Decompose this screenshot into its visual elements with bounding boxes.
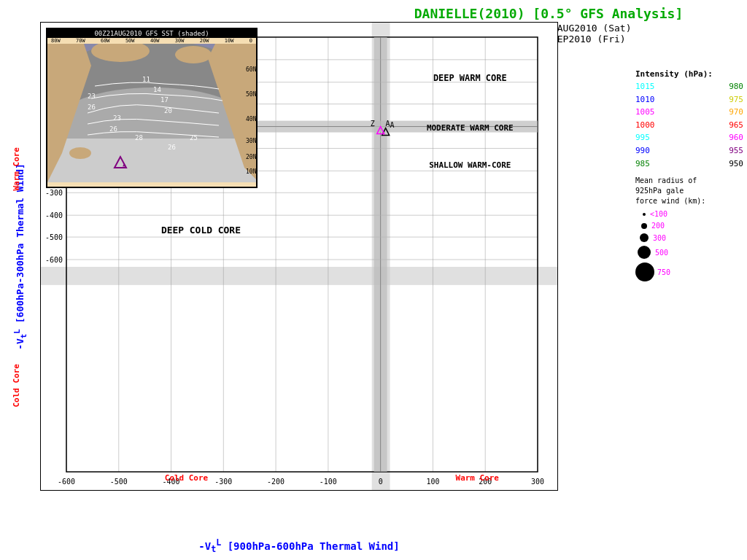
svg-rect-57 bbox=[47, 139, 258, 182]
svg-rect-1 bbox=[41, 267, 557, 285]
inset-map: 00Z21AUG2010 GFS SST (shaded) 80W70W60W5… bbox=[46, 28, 258, 188]
svg-text:11: 11 bbox=[142, 76, 150, 83]
legend-row-3: 1005970 bbox=[635, 106, 743, 119]
svg-text:SHALLOW WARM-CORE: SHALLOW WARM-CORE bbox=[429, 160, 511, 170]
svg-text:-500: -500 bbox=[45, 233, 63, 241]
svg-text:-500: -500 bbox=[110, 478, 128, 486]
legend-row-4: 1000965 bbox=[635, 119, 743, 132]
svg-text:A: A bbox=[386, 120, 390, 128]
svg-text:-600: -600 bbox=[45, 256, 63, 264]
dot-row-2: 200 bbox=[635, 222, 743, 230]
dot-row-4: 500 bbox=[635, 246, 743, 259]
main-container: DANIELLE(2010) [0.5° GFS Analysis] Start… bbox=[0, 0, 747, 560]
x-axis-label: -VtL [900hPa-600hPa Thermal Wind] bbox=[40, 537, 558, 554]
svg-text:-300: -300 bbox=[45, 189, 63, 197]
legend-title: Intensity (hPa): bbox=[635, 69, 743, 79]
svg-text:40N: 40N bbox=[246, 116, 257, 122]
radius-legend-title: Mean radius of925hPa galeforce wind (km)… bbox=[635, 176, 743, 206]
svg-text:23: 23 bbox=[88, 93, 96, 100]
svg-text:-400: -400 bbox=[45, 211, 63, 219]
svg-text:100: 100 bbox=[426, 478, 439, 486]
svg-text:-600: -600 bbox=[58, 478, 75, 486]
lon-labels: 80W70W60W50W40W30W20W10W0 bbox=[47, 38, 256, 44]
dot-row-3: 300 bbox=[635, 233, 743, 242]
svg-text:300: 300 bbox=[531, 478, 544, 486]
chart-title: DANIELLE(2010) [0.5° GFS Analysis] bbox=[350, 6, 747, 21]
svg-text:26: 26 bbox=[88, 104, 96, 111]
warm-core-side-label: Warm Core bbox=[12, 147, 21, 191]
svg-text:-300: -300 bbox=[214, 478, 232, 486]
legend-row-7: 985950 bbox=[635, 158, 743, 171]
inset-map-svg: 11 14 17 20 23 26 28 26 25 26 23 60N 50N… bbox=[47, 44, 258, 182]
svg-text:60N: 60N bbox=[246, 66, 257, 73]
svg-text:23: 23 bbox=[113, 114, 121, 122]
svg-text:20N: 20N bbox=[246, 154, 257, 160]
svg-text:Warm Core: Warm Core bbox=[456, 473, 500, 483]
svg-text:▲: ▲ bbox=[123, 161, 126, 168]
svg-text:26: 26 bbox=[109, 125, 117, 133]
svg-text:30N: 30N bbox=[246, 138, 257, 144]
svg-text:Cold Core: Cold Core bbox=[165, 473, 209, 483]
svg-point-58 bbox=[69, 147, 91, 159]
dot-row-1: <100 bbox=[635, 210, 743, 218]
dot-row-5: 750 bbox=[635, 262, 743, 281]
legend-row-6: 990955 bbox=[635, 144, 743, 158]
svg-text:-100: -100 bbox=[320, 478, 337, 486]
svg-text:A: A bbox=[390, 121, 395, 129]
svg-rect-23 bbox=[374, 37, 387, 472]
cold-core-side-label: Cold Core bbox=[12, 364, 21, 408]
svg-text:-200: -200 bbox=[267, 478, 285, 486]
legend-row-5: 995960 bbox=[635, 131, 743, 144]
legend-row-1: 1015980 bbox=[635, 80, 743, 93]
svg-text:Z: Z bbox=[371, 120, 375, 128]
legend-area: Intensity (hPa): 1015980 1010975 1005970… bbox=[635, 69, 743, 281]
svg-text:28: 28 bbox=[135, 134, 143, 141]
svg-point-60 bbox=[175, 46, 212, 63]
svg-text:25: 25 bbox=[190, 134, 198, 141]
svg-text:17: 17 bbox=[160, 96, 169, 104]
svg-text:MODERATE WARM CORE: MODERATE WARM CORE bbox=[427, 123, 514, 133]
legend-row-2: 1010975 bbox=[635, 93, 743, 106]
svg-text:DEEP COLD CORE: DEEP COLD CORE bbox=[161, 225, 241, 236]
inset-title: 00Z21AUG2010 GFS SST (shaded) bbox=[47, 29, 256, 38]
svg-text:10N: 10N bbox=[246, 168, 257, 175]
svg-text:20: 20 bbox=[164, 107, 172, 114]
svg-text:0: 0 bbox=[379, 478, 383, 486]
svg-text:DEEP WARM CORE: DEEP WARM CORE bbox=[433, 73, 507, 83]
svg-text:50N: 50N bbox=[246, 91, 257, 98]
svg-text:26: 26 bbox=[168, 144, 176, 151]
svg-text:14: 14 bbox=[153, 86, 161, 93]
